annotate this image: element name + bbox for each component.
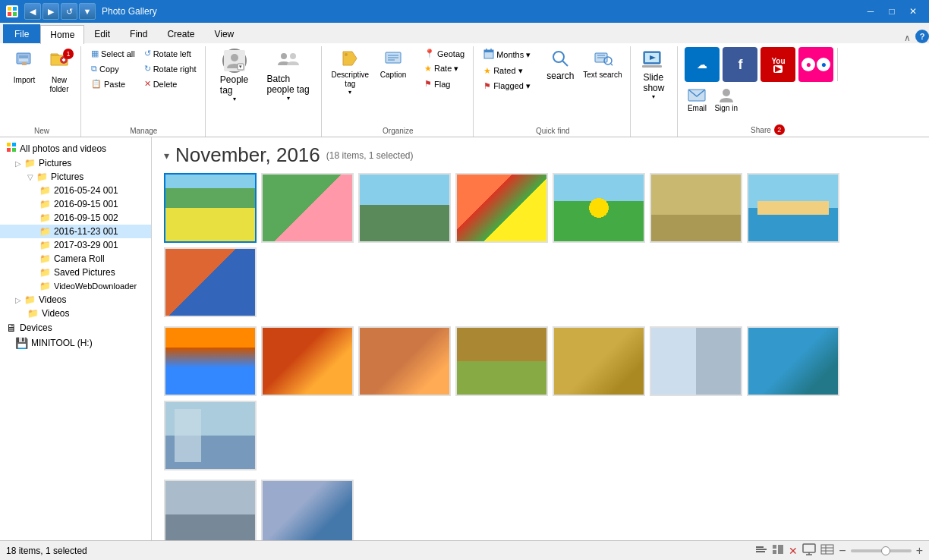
sidebar-minitool[interactable]: 💾 MINITOOL (H:) (0, 335, 151, 351)
tab-file[interactable]: File (3, 24, 40, 43)
photo-9[interactable] (164, 326, 257, 396)
youtube-button[interactable]: You ▶ (761, 47, 795, 82)
paste-button[interactable]: 📋 Paste (87, 77, 139, 91)
sidebar-devices[interactable]: 🖥 Devices (0, 320, 151, 335)
photo-5[interactable] (553, 173, 645, 243)
photo-11[interactable] (358, 326, 451, 396)
delete-button[interactable]: ✕ Delete (140, 77, 200, 91)
view-mode-2-icon[interactable] (772, 543, 784, 558)
people-tag-arrow: ▾ (233, 96, 236, 102)
videos-folder-icon: 📁 (24, 294, 36, 305)
svg-point-17 (290, 53, 296, 59)
photo-6[interactable] (650, 173, 742, 243)
svg-point-27 (553, 52, 564, 62)
select-all-button[interactable]: ▦ Select all (87, 46, 139, 61)
import-icon (14, 49, 35, 74)
pictures-folder-icon: 📁 (24, 158, 36, 168)
sidebar-pictures[interactable]: ▷ 📁 Pictures (0, 156, 151, 170)
month-collapse-arrow[interactable]: ▾ (164, 149, 169, 162)
zoom-thumb[interactable] (881, 546, 890, 555)
sidebar-folder-4[interactable]: 📁 2017-03-29 001 (0, 238, 151, 252)
photo-17[interactable] (164, 480, 257, 540)
zoom-slider[interactable] (851, 549, 912, 552)
content-area: ▾ November, 2016 (18 items, 1 selected) (152, 137, 929, 540)
new-folder-button[interactable]: 1 Newfolder (43, 46, 76, 96)
tab-edit[interactable]: Edit (84, 24, 120, 43)
caption-button[interactable]: Caption (374, 46, 412, 82)
people-tag-button[interactable]: ▾ Peopletag ▾ (212, 46, 257, 114)
photo-7[interactable] (747, 173, 839, 243)
descriptive-tag-button[interactable]: Descriptivetag ▾ (328, 46, 373, 98)
flickr-button[interactable]: ● ● (798, 47, 833, 82)
delete-status-icon[interactable]: ✕ (789, 545, 798, 557)
sidebar-folder-1[interactable]: 📁 2016-09-15 001 (0, 197, 151, 211)
tab-find[interactable]: Find (120, 24, 157, 43)
zoom-in-icon[interactable]: + (916, 544, 923, 558)
text-search-button[interactable]: Text search (579, 46, 625, 82)
organize-group: Descriptivetag ▾ Caption 📍 (323, 46, 474, 137)
months-button[interactable]: Months ▾ (480, 46, 534, 63)
forward-button[interactable]: ▶ (43, 3, 59, 20)
batch-people-tag-button[interactable]: Batchpeople tag ▾ (260, 46, 316, 113)
search-button[interactable]: search (543, 46, 578, 93)
rotate-left-button[interactable]: ↺ Rotate left (140, 46, 200, 61)
maximize-button[interactable]: □ (882, 4, 902, 19)
close-button[interactable]: ✕ (903, 4, 923, 19)
photo-1[interactable] (164, 173, 257, 243)
svg-text:▾: ▾ (239, 64, 242, 69)
email-button[interactable]: Email (684, 84, 710, 123)
sign-in-button[interactable]: Sign in (711, 84, 741, 123)
onedrive-button[interactable]: ☁ (685, 47, 720, 82)
sidebar-video-web[interactable]: 📁 VideoWebDownloader (0, 279, 151, 293)
tab-create[interactable]: Create (157, 24, 204, 43)
ribbon-collapse-button[interactable]: ∧ (902, 33, 912, 43)
slideshow-button[interactable]: Slideshow ▾ (637, 46, 670, 112)
sidebar-saved-pictures[interactable]: 📁 Saved Pictures (0, 266, 151, 279)
zoom-out-icon[interactable]: − (839, 544, 846, 558)
slideshow-arrow: ▾ (652, 93, 655, 100)
photo-4[interactable] (455, 173, 548, 243)
photo-15[interactable] (747, 326, 839, 396)
tab-home[interactable]: Home (40, 25, 84, 44)
photo-2[interactable] (261, 173, 354, 243)
monitor-icon[interactable] (802, 543, 816, 558)
rated-button[interactable]: ★ Rated ▾ (480, 64, 534, 78)
all-photos-label: All photos and videos (20, 143, 106, 154)
sidebar-videos-folder[interactable]: 📁 Videos (0, 307, 151, 320)
rotate-left-label: Rotate left (153, 49, 191, 58)
rate-button[interactable]: ★ Rate ▾ (420, 61, 468, 76)
photo-10[interactable] (261, 326, 354, 396)
photo-12[interactable] (455, 326, 548, 396)
sidebar-folder-3[interactable]: 📁 2016-11-23 001 (0, 225, 151, 238)
svg-rect-50 (803, 544, 815, 552)
flag-button[interactable]: ⚑ Flag (420, 77, 468, 91)
geotag-button[interactable]: 📍 Geotag (420, 46, 468, 61)
nav-buttons: ◀ ▶ ↺ ▼ (24, 3, 96, 20)
copy-button[interactable]: ⧉ Copy (87, 61, 139, 76)
flagged-button[interactable]: ⚑ Flagged ▾ (480, 79, 534, 93)
dropdown-button[interactable]: ▼ (79, 3, 96, 20)
photo-3[interactable] (358, 173, 451, 243)
photo-14[interactable] (650, 326, 742, 396)
sidebar-folder-2[interactable]: 📁 2016-09-15 002 (0, 211, 151, 225)
facebook-button[interactable]: f (723, 47, 757, 82)
sidebar-camera-roll[interactable]: 📁 Camera Roll (0, 252, 151, 266)
sidebar-pictures-folder[interactable]: ▽ 📁 Pictures (0, 170, 151, 184)
sidebar-folder-0[interactable]: 📁 2016-05-24 001 (0, 184, 151, 197)
minimize-button[interactable]: ─ (861, 4, 880, 19)
photo-16[interactable] (164, 401, 257, 470)
sidebar-all-photos[interactable]: All photos and videos (0, 140, 151, 156)
tab-view[interactable]: View (204, 24, 244, 43)
sidebar-videos[interactable]: ▷ 📁 Videos (0, 293, 151, 307)
back-button[interactable]: ◀ (24, 3, 41, 20)
photo-8[interactable] (164, 247, 257, 317)
import-button[interactable]: Import (8, 46, 41, 87)
view-mode-1-icon[interactable] (755, 543, 767, 558)
photo-18[interactable] (261, 480, 354, 540)
view-list-icon[interactable] (820, 543, 834, 558)
photo-13[interactable] (553, 326, 645, 396)
rotate-right-button[interactable]: ↻ Rotate right (140, 61, 200, 76)
refresh-button[interactable]: ↺ (61, 3, 77, 20)
help-button[interactable]: ? (915, 30, 929, 43)
video-web-label: VideoWebDownloader (54, 282, 137, 291)
